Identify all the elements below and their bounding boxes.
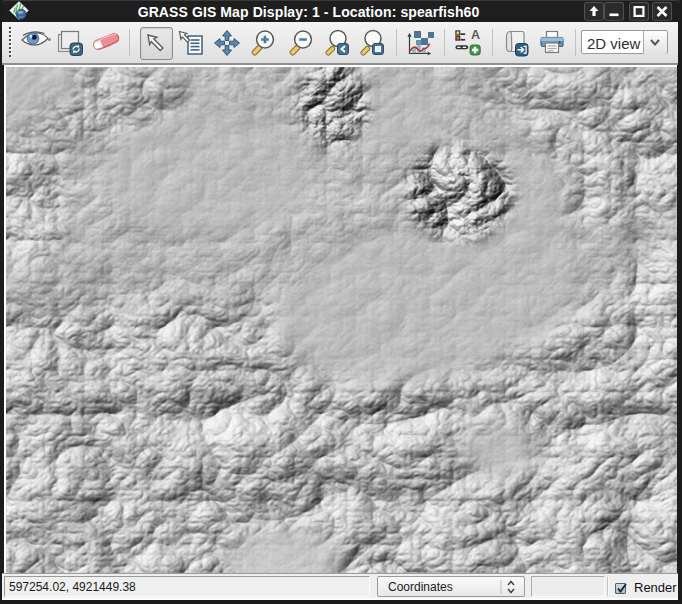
svg-text:A: A bbox=[471, 28, 480, 42]
